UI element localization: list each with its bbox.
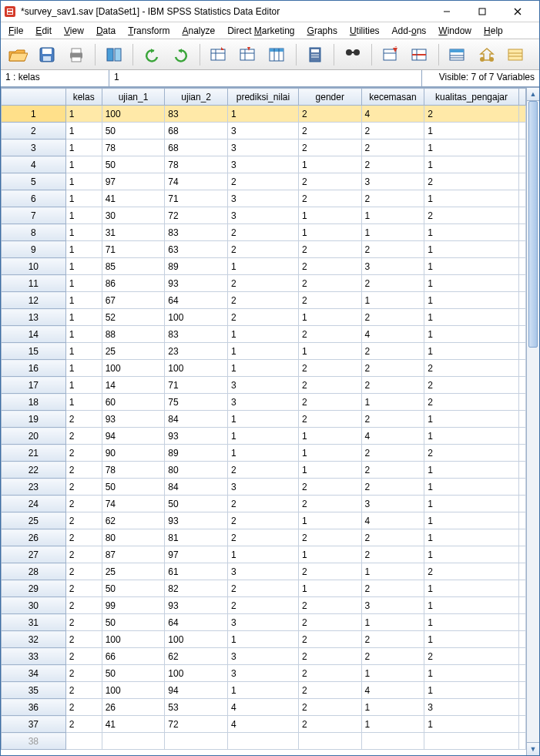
data-cell[interactable]: 2	[424, 360, 519, 377]
data-cell[interactable]: 25	[102, 563, 165, 580]
data-cell[interactable]: 80	[102, 529, 165, 546]
data-cell[interactable]: 4	[228, 716, 299, 733]
data-cell[interactable]: 2	[361, 156, 424, 173]
data-cell[interactable]: 2	[298, 716, 361, 733]
menu-file[interactable]: File	[4, 24, 28, 38]
data-cell[interactable]: 2	[298, 123, 361, 139]
data-cell[interactable]: 100	[102, 631, 165, 648]
column-header[interactable]: ujian_2	[165, 89, 228, 106]
data-cell[interactable]: 1	[361, 716, 424, 733]
data-cell[interactable]: 2	[298, 377, 361, 394]
data-cell[interactable]: 1	[424, 123, 519, 139]
data-cell[interactable]: 2	[228, 309, 299, 326]
data-cell[interactable]: 2	[424, 173, 519, 190]
data-cell[interactable]: 1	[424, 580, 519, 597]
data-cell[interactable]: 1	[228, 106, 299, 123]
data-cell[interactable]: 2	[65, 529, 102, 546]
data-cell[interactable]	[165, 733, 228, 750]
table-row[interactable]: 4150783121	[2, 156, 526, 173]
data-cell[interactable]: 2	[361, 580, 424, 597]
data-cell[interactable]: 74	[165, 173, 228, 190]
run-descriptives-button[interactable]	[303, 42, 327, 67]
data-cell[interactable]: 2	[361, 377, 424, 394]
data-cell[interactable]: 93	[165, 428, 228, 445]
data-cell[interactable]: 68	[165, 139, 228, 156]
data-cell[interactable]: 41	[102, 716, 165, 733]
data-cell[interactable]: 2	[424, 377, 519, 394]
insert-cases-button[interactable]: *	[378, 42, 403, 67]
data-cell[interactable]: 1	[424, 496, 519, 512]
data-cell[interactable]: 2	[361, 123, 424, 139]
data-cell[interactable]: 2	[298, 496, 361, 512]
data-cell[interactable]: 2	[298, 173, 361, 190]
data-cell[interactable]: 2	[65, 699, 102, 716]
data-cell[interactable]: 2	[361, 241, 424, 258]
row-header[interactable]: 9	[2, 241, 66, 258]
table-row[interactable]: 12167642211	[2, 292, 526, 309]
data-cell[interactable]: 2	[298, 139, 361, 156]
data-cell[interactable]: 1	[65, 377, 102, 394]
row-header[interactable]: 17	[2, 377, 66, 394]
data-cell[interactable]: 3	[228, 614, 299, 631]
table-row[interactable]: 31250643211	[2, 614, 526, 631]
data-cell[interactable]: 61	[165, 563, 228, 580]
data-cell[interactable]: 2	[361, 309, 424, 326]
table-row[interactable]: 28225613212	[2, 563, 526, 580]
data-cell[interactable]: 93	[165, 512, 228, 529]
row-header[interactable]: 4	[2, 156, 66, 173]
data-cell[interactable]: 1	[65, 156, 102, 173]
data-cell[interactable]	[424, 733, 519, 750]
data-cell[interactable]: 2	[298, 360, 361, 377]
data-cell[interactable]: 50	[102, 479, 165, 496]
data-cell[interactable]: 1	[424, 343, 519, 360]
data-cell[interactable]: 1	[298, 445, 361, 462]
data-cell[interactable]: 2	[65, 597, 102, 614]
data-cell[interactable]: 1	[65, 106, 102, 123]
data-cell[interactable]: 93	[165, 275, 228, 292]
data-cell[interactable]: 2	[228, 496, 299, 512]
data-cell[interactable]: 2	[298, 241, 361, 258]
table-row[interactable]: 10185891231	[2, 258, 526, 275]
table-row[interactable]: 19293841221	[2, 411, 526, 428]
data-cell[interactable]: 1	[65, 360, 102, 377]
data-cell[interactable]: 1	[228, 445, 299, 462]
data-cell[interactable]: 1	[65, 123, 102, 139]
row-header[interactable]: 8	[2, 224, 66, 241]
data-cell[interactable]: 1	[424, 292, 519, 309]
data-cell[interactable]: 2	[228, 173, 299, 190]
data-cell[interactable]: 1	[424, 614, 519, 631]
data-cell[interactable]: 2	[361, 411, 424, 428]
data-cell[interactable]: 2	[228, 529, 299, 546]
data-cell[interactable]: 2	[298, 631, 361, 648]
data-cell[interactable]: 1	[361, 292, 424, 309]
table-row[interactable]: 352100941241	[2, 682, 526, 699]
data-cell[interactable]: 2	[65, 445, 102, 462]
table-row[interactable]: 342501003211	[2, 665, 526, 682]
data-cell[interactable]: 3	[228, 190, 299, 207]
data-cell[interactable]: 1	[424, 462, 519, 479]
data-cell[interactable]: 3	[228, 648, 299, 665]
data-cell[interactable]: 89	[165, 445, 228, 462]
row-header[interactable]: 11	[2, 275, 66, 292]
row-header[interactable]: 21	[2, 445, 66, 462]
data-cell[interactable]: 1	[424, 479, 519, 496]
data-cell[interactable]: 2	[65, 682, 102, 699]
current-cell-value[interactable]: 1	[109, 70, 422, 86]
data-cell[interactable]: 100	[102, 682, 165, 699]
data-cell[interactable]: 1	[424, 411, 519, 428]
data-cell[interactable]: 1	[65, 207, 102, 224]
table-row[interactable]: 20294931141	[2, 428, 526, 445]
column-header[interactable]: kualitas_pengajar	[424, 89, 519, 106]
data-cell[interactable]: 1	[65, 394, 102, 411]
column-header[interactable]: kelas	[65, 89, 102, 106]
data-cell[interactable]: 2	[298, 106, 361, 123]
data-cell[interactable]: 50	[102, 156, 165, 173]
menu-view[interactable]: View	[59, 24, 89, 38]
data-cell[interactable]: 1	[424, 665, 519, 682]
data-cell[interactable]: 87	[102, 546, 165, 563]
data-cell[interactable]: 1	[228, 682, 299, 699]
data-cell[interactable]: 52	[102, 309, 165, 326]
data-cell[interactable]: 4	[361, 428, 424, 445]
data-cell[interactable]: 2	[298, 394, 361, 411]
row-header[interactable]: 26	[2, 529, 66, 546]
